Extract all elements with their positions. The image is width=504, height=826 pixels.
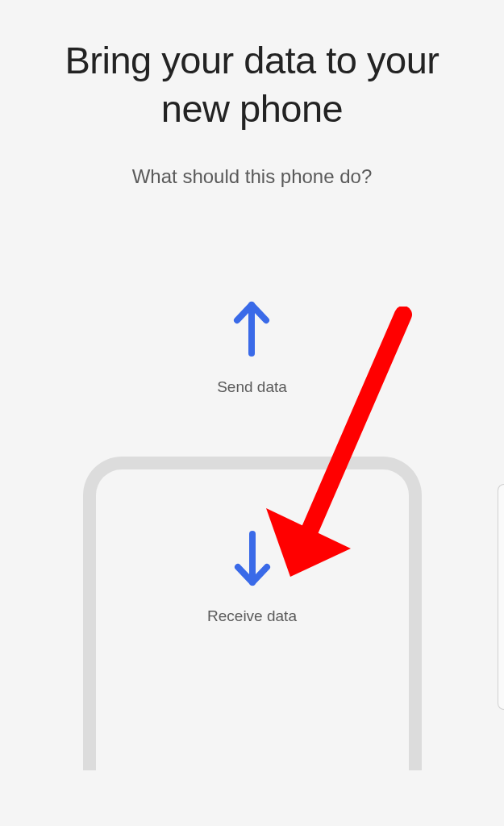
receive-data-option[interactable]: Receive data (83, 457, 422, 770)
arrow-down-icon (231, 530, 273, 590)
send-data-label: Send data (217, 378, 287, 396)
page-title: Bring your data to your new phone (32, 36, 472, 133)
page-subtitle: What should this phone do? (32, 165, 472, 188)
send-data-option[interactable]: Send data (217, 301, 287, 396)
options-container: Send data Receive data (32, 301, 472, 770)
phone-frame: Receive data (83, 457, 422, 770)
main-screen: Bring your data to your new phone What s… (0, 0, 504, 826)
right-edge-element (498, 484, 504, 710)
receive-data-label: Receive data (207, 607, 297, 625)
arrow-up-icon (231, 301, 273, 361)
